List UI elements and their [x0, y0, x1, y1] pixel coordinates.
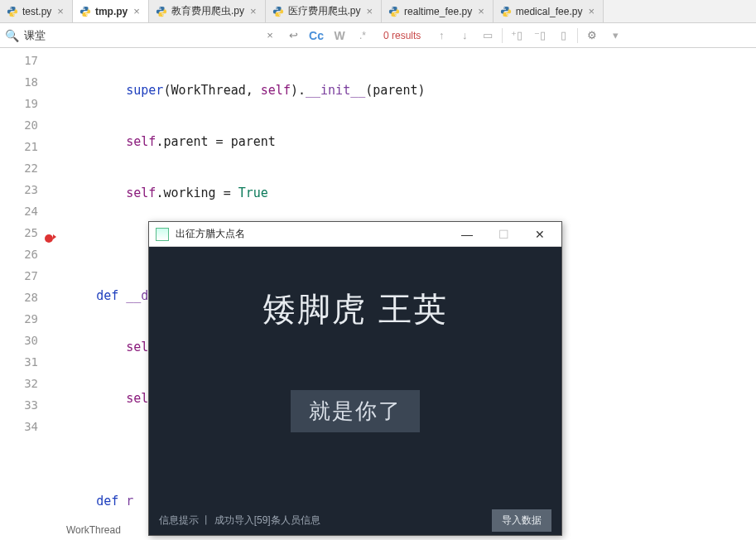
tab-label: test.py: [22, 6, 51, 17]
search-icon: 🔍: [5, 29, 19, 42]
dialog-title: 出征方腊大点名: [176, 227, 449, 241]
status-message: 信息提示 丨 成功导入[59]条人员信息: [159, 513, 484, 528]
close-icon[interactable]: ×: [476, 5, 486, 17]
app-icon: [156, 228, 169, 241]
python-file-icon: [7, 6, 18, 17]
tab-medical-fee-py[interactable]: medical_fee.py ×: [494, 0, 604, 22]
python-file-icon: [388, 6, 400, 17]
settings-icon[interactable]: ⚙: [583, 27, 601, 45]
filter-icon[interactable]: ▾: [606, 27, 624, 45]
rollcall-dialog: 出征方腊大点名 — ☐ ✕ 矮脚虎 王英 就是你了 信息提示 丨 成功导入[59…: [148, 221, 562, 536]
dialog-titlebar[interactable]: 出征方腊大点名 — ☐ ✕: [149, 222, 561, 247]
regex-toggle[interactable]: .*: [354, 27, 372, 45]
remove-selection-icon[interactable]: ⁻▯: [531, 27, 549, 45]
pick-button[interactable]: 就是你了: [291, 390, 420, 432]
import-data-button[interactable]: 导入数据: [492, 509, 551, 532]
breadcrumb[interactable]: WorkThread: [66, 520, 121, 540]
select-occurrences-icon[interactable]: ▯: [554, 27, 572, 45]
tab-realtime-fee-py[interactable]: realtime_fee.py ×: [382, 0, 494, 22]
python-file-icon: [500, 6, 512, 17]
line-number-gutter: 171819202122232425262728293031323334: [0, 48, 55, 540]
add-selection-icon[interactable]: ⁺▯: [508, 27, 526, 45]
dialog-body: 矮脚虎 王英 就是你了: [149, 247, 561, 505]
whole-word-toggle[interactable]: W: [330, 27, 349, 45]
breakpoint-icon[interactable]: [43, 228, 53, 238]
close-icon[interactable]: ×: [248, 5, 258, 17]
editor-tabbar: test.py × tmp.py × 教育费用爬虫.py × 医疗费用爬虫.py…: [0, 0, 756, 23]
match-case-toggle[interactable]: Cc: [307, 27, 325, 45]
tab-label: medical_fee.py: [516, 6, 583, 17]
tab-edu-crawler-py[interactable]: 教育费用爬虫.py ×: [149, 0, 266, 22]
selected-person-name: 矮脚虎 王英: [262, 287, 447, 332]
python-file-icon: [156, 6, 167, 17]
next-match-icon[interactable]: ↓: [455, 27, 474, 45]
tab-label: realtime_fee.py: [404, 6, 472, 17]
search-history-icon[interactable]: ↩: [284, 27, 302, 45]
tab-tmp-py[interactable]: tmp.py ×: [73, 0, 149, 22]
fold-column: [55, 48, 66, 540]
tab-test-py[interactable]: test.py ×: [0, 0, 73, 22]
python-file-icon: [79, 6, 91, 17]
tab-label: tmp.py: [95, 6, 128, 17]
search-results-count: 0 results: [383, 30, 421, 41]
python-file-icon: [272, 6, 284, 17]
prev-match-icon[interactable]: ↑: [432, 27, 450, 45]
close-icon[interactable]: ×: [132, 5, 142, 17]
tab-label: 医疗费用爬虫.py: [288, 4, 361, 18]
minimize-icon[interactable]: —: [449, 223, 485, 246]
maximize-icon[interactable]: ☐: [485, 223, 522, 246]
close-icon[interactable]: ×: [55, 5, 65, 17]
select-all-matches-icon[interactable]: ▭: [479, 27, 497, 45]
tab-med-crawler-py[interactable]: 医疗费用爬虫.py ×: [266, 0, 383, 22]
search-input[interactable]: [24, 29, 256, 41]
dialog-footer: 信息提示 丨 成功导入[59]条人员信息 导入数据: [149, 505, 561, 535]
find-bar: 🔍 × ↩ Cc W .* 0 results ↑ ↓ ▭ ⁺▯ ⁻▯ ▯ ⚙ …: [0, 23, 756, 48]
close-icon[interactable]: ×: [365, 5, 375, 17]
close-icon[interactable]: ×: [586, 5, 596, 17]
clear-search-icon[interactable]: ×: [261, 27, 279, 45]
tab-label: 教育费用爬虫.py: [171, 4, 244, 18]
close-icon[interactable]: ✕: [522, 223, 558, 246]
